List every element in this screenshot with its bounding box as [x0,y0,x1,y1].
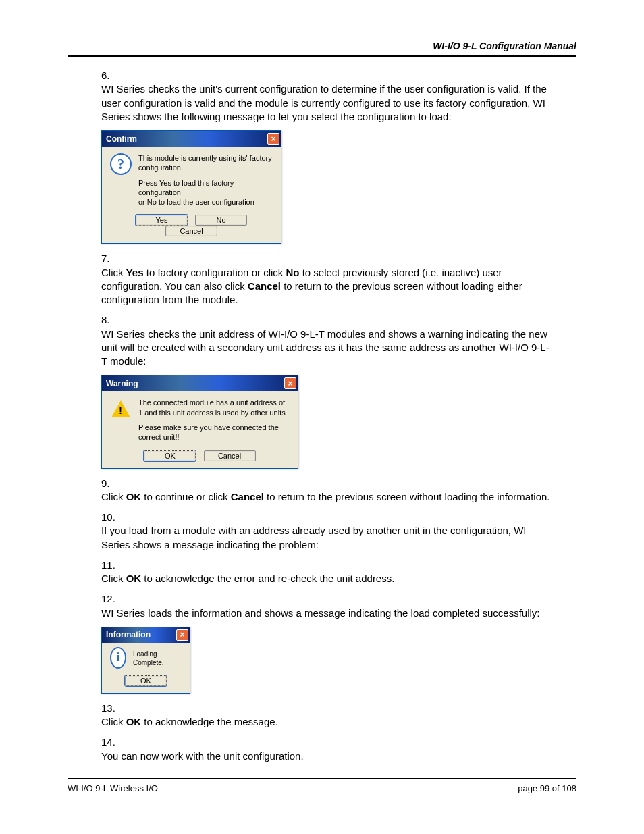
ok-button[interactable]: OK [125,675,167,686]
information-dialog: Information × i Loading Complete. OK [101,627,190,694]
step-12: 12. WI Series loads the information and … [101,592,576,620]
cancel-button[interactable]: Cancel [204,450,256,461]
step-13: 13. Click OK to acknowledge the message. [101,702,576,729]
step-11: 11. Click OK to acknowledge the error an… [101,558,576,586]
step-text: Click OK to acknowledge the error and re… [101,572,552,585]
footer-right: page 99 of 108 [518,783,576,793]
dialog-buttons: Yes No Cancel [110,215,273,236]
dialog-body: ? This module is currently using its' fa… [102,147,281,243]
dialog-text: This module is currently using its' fact… [138,153,273,207]
cancel-button[interactable]: Cancel [165,226,217,236]
step-number: 10. [101,511,123,524]
step-number: 9. [101,477,123,490]
step-text: Click OK to continue or click Cancel to … [101,490,552,504]
step-text: If you load from a module with an addres… [101,524,552,552]
dialog-line: The connected module has a unit address … [138,398,290,417]
info-icon: i [110,650,126,666]
confirm-dialog: Confirm × ? This module is currently usi… [101,130,281,244]
dialog-buttons: OK [110,675,182,686]
step-text: WI Series checks the unit address of WI-… [101,328,552,369]
page-header-title: WI-I/O 9-L Configuration Manual [68,41,576,51]
dialog-title: Confirm [106,134,137,144]
header-rule [68,55,576,57]
footer-left: WI-I/O 9-L Wireless I/O [68,783,158,793]
content-area: 6. WI Series checks the unit's current c… [68,69,576,763]
step-text: Click Yes to factory configuration or cl… [101,266,552,307]
dialog-titlebar: Information × [102,627,190,643]
dialog-titlebar: Confirm × [102,131,281,147]
step-6: 6. WI Series checks the unit's current c… [101,69,576,124]
dialog-text: Loading Complete. [133,650,182,667]
step-number: 12. [101,592,123,606]
close-icon[interactable]: × [284,377,296,389]
dialog-titlebar: Warning × [102,375,298,391]
dialog-body: i Loading Complete. OK [102,643,190,693]
warning-icon [110,398,132,419]
step-text: WI Series checks the unit's current conf… [101,82,552,124]
step-number: 13. [101,702,123,715]
dialog-line: Press Yes to load this factory configura… [138,178,273,198]
step-number: 11. [101,558,123,572]
step-14: 14. You can now work with the unit confi… [101,735,576,763]
step-7: 7. Click Yes to factory configuration or… [101,252,576,307]
yes-button[interactable]: Yes [136,215,188,226]
dialog-line: Please make sure you have connected the … [138,423,290,442]
dialog-body: The connected module has a unit address … [102,391,298,467]
dialog-line: This module is currently using its' fact… [138,153,273,173]
close-icon[interactable]: × [267,133,279,145]
step-number: 6. [101,69,123,82]
dialog-line: or No to load the user configuration [138,197,273,207]
dialog-buttons: OK Cancel [110,450,290,461]
page-footer: WI-I/O 9-L Wireless I/O page 99 of 108 [68,778,576,793]
dialog-title: Warning [106,379,138,388]
step-text: You can now work with the unit configura… [101,750,552,763]
step-text: WI Series loads the information and show… [101,606,552,620]
footer-rule [68,778,576,779]
question-icon: ? [110,153,132,175]
ok-button[interactable]: OK [144,450,196,461]
step-number: 14. [101,735,123,749]
page: WI-I/O 9-L Configuration Manual 6. WI Se… [0,0,644,834]
step-text: Click OK to acknowledge the message. [101,715,552,729]
warning-dialog: Warning × The connected module has a uni… [101,375,298,468]
step-number: 8. [101,313,123,327]
dialog-text: The connected module has a unit address … [138,398,290,442]
step-8: 8. WI Series checks the unit address of … [101,313,576,368]
step-number: 7. [101,252,123,265]
no-button[interactable]: No [195,215,247,226]
dialog-title: Information [106,630,151,640]
step-9: 9. Click OK to continue or click Cancel … [101,477,576,504]
close-icon[interactable]: × [176,629,188,641]
step-10: 10. If you load from a module with an ad… [101,511,576,552]
